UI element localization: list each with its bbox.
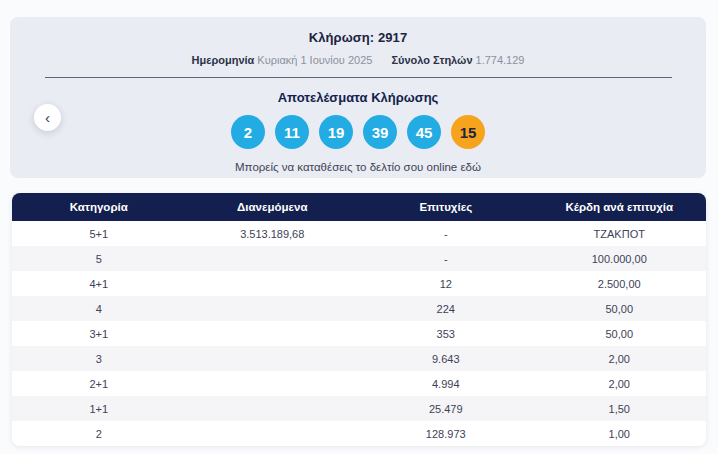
winning-number-ball: 11 — [275, 115, 309, 149]
cell-category: 3+1 — [12, 328, 186, 340]
draw-summary-card: Κλήρωση: 2917 ΗμερομηνίαΚυριακή 1 Ιουνίο… — [10, 17, 706, 178]
winning-number-ball: 2 — [231, 115, 265, 149]
cell-prize: ΤΖΑΚΠΟΤ — [533, 228, 707, 240]
total-columns: Σύνολο Στηλών1.774.129 — [391, 54, 524, 66]
table-row: 4 224 50,00 — [12, 296, 706, 321]
column-header-distributed: Διανεμόμενα — [186, 201, 360, 213]
table-row: 1+1 25.479 1,50 — [12, 396, 706, 421]
lottery-results-page: Κλήρωση: 2917 ΗμερομηνίαΚυριακή 1 Ιουνίο… — [0, 17, 718, 454]
cell-winners: 4.994 — [359, 378, 533, 390]
bonus-number-ball: 15 — [451, 115, 485, 149]
cell-prize: 2.500,00 — [533, 278, 707, 290]
cell-prize: 50,00 — [533, 328, 707, 340]
draw-meta: ΗμερομηνίαΚυριακή 1 Ιουνίου 2025 Σύνολο … — [10, 54, 706, 66]
winnings-table: Κατηγορία Διανεμόμενα Επιτυχίες Κέρδη αν… — [12, 193, 706, 446]
cell-winners: 25.479 — [359, 403, 533, 415]
cell-category: 2+1 — [12, 378, 186, 390]
cell-distributed: 3.513.189,68 — [186, 228, 360, 240]
cell-winners: 353 — [359, 328, 533, 340]
cell-prize: 2,00 — [533, 378, 707, 390]
winning-numbers: 2 11 19 39 45 15 — [10, 115, 706, 149]
table-header-row: Κατηγορία Διανεμόμενα Επιτυχίες Κέρδη αν… — [12, 193, 706, 221]
draw-date-value: Κυριακή 1 Ιουνίου 2025 — [257, 54, 372, 66]
cell-prize: 50,00 — [533, 303, 707, 315]
cell-winners: - — [359, 228, 533, 240]
cell-winners: 128.973 — [359, 428, 533, 440]
cell-category: 5+1 — [12, 228, 186, 240]
column-header-prize: Κέρδη ανά επιτυχία — [533, 201, 707, 213]
submit-ticket-online-link[interactable]: Μπορείς να καταθέσεις το δελτίο σου onli… — [10, 161, 706, 173]
total-columns-value: 1.774.129 — [476, 54, 525, 66]
cell-winners: - — [359, 253, 533, 265]
table-row: 3+1 353 50,00 — [12, 321, 706, 346]
cell-prize: 2,00 — [533, 353, 707, 365]
column-header-winners: Επιτυχίες — [359, 201, 533, 213]
results-heading: Αποτελέσματα Κλήρωσης — [10, 90, 706, 105]
cell-category: 2 — [12, 428, 186, 440]
draw-date: ΗμερομηνίαΚυριακή 1 Ιουνίου 2025 — [192, 54, 376, 66]
cell-prize: 100.000,00 — [533, 253, 707, 265]
cell-winners: 12 — [359, 278, 533, 290]
table-row: 5+1 3.513.189,68 - ΤΖΑΚΠΟΤ — [12, 221, 706, 246]
table-body: 5+1 3.513.189,68 - ΤΖΑΚΠΟΤ 5 - 100.000,0… — [12, 221, 706, 446]
cell-category: 4 — [12, 303, 186, 315]
table-row: 4+1 12 2.500,00 — [12, 271, 706, 296]
table-row: 2+1 4.994 2,00 — [12, 371, 706, 396]
winning-number-ball: 19 — [319, 115, 353, 149]
chevron-left-icon: ‹ — [45, 109, 50, 126]
cell-prize: 1,00 — [533, 428, 707, 440]
draw-title: Κλήρωση: 2917 — [10, 30, 706, 45]
table-row: 2 128.973 1,00 — [12, 421, 706, 446]
cell-winners: 9.643 — [359, 353, 533, 365]
cell-category: 1+1 — [12, 403, 186, 415]
table-row: 3 9.643 2,00 — [12, 346, 706, 371]
cell-category: 3 — [12, 353, 186, 365]
column-header-category: Κατηγορία — [12, 201, 186, 213]
total-columns-label: Σύνολο Στηλών — [391, 54, 472, 66]
cell-category: 4+1 — [12, 278, 186, 290]
draw-date-label: Ημερομηνία — [192, 54, 255, 66]
divider — [45, 77, 672, 78]
cell-category: 5 — [12, 253, 186, 265]
winning-number-ball: 39 — [363, 115, 397, 149]
previous-draw-button[interactable]: ‹ — [34, 104, 61, 131]
table-row: 5 - 100.000,00 — [12, 246, 706, 271]
cell-winners: 224 — [359, 303, 533, 315]
winning-number-ball: 45 — [407, 115, 441, 149]
cell-prize: 1,50 — [533, 403, 707, 415]
